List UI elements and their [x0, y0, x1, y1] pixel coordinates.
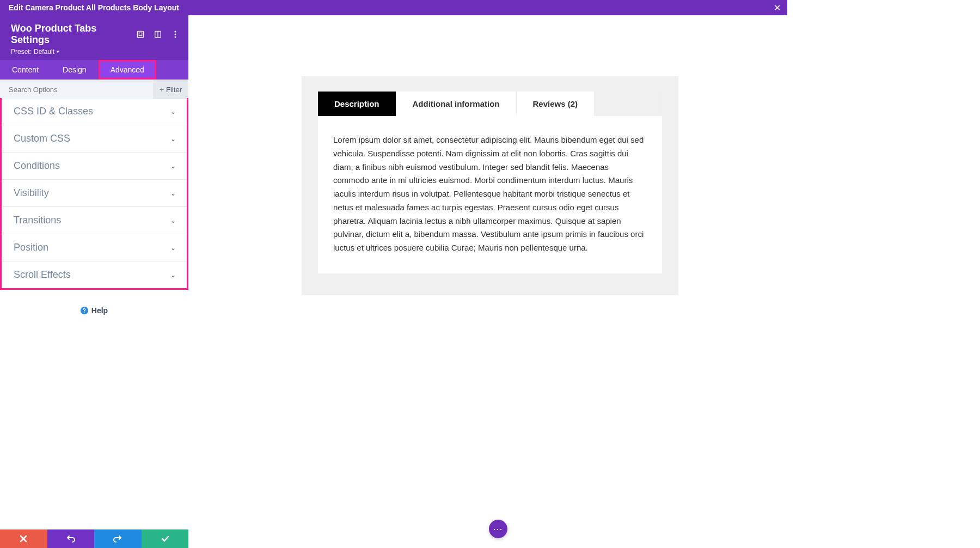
floating-action-button[interactable]: ⋯ — [489, 520, 507, 538]
help-label: Help — [91, 306, 108, 315]
settings-title: Woo Product Tabs Settings — [11, 23, 136, 46]
panel-custom-css[interactable]: Custom CSS ⌄ — [2, 125, 187, 153]
filter-button[interactable]: + Filter — [153, 80, 188, 99]
product-tab-description[interactable]: Description — [318, 92, 396, 116]
tab-content[interactable]: Content — [0, 60, 51, 80]
product-tab-reviews[interactable]: Reviews (2) — [517, 92, 595, 116]
cancel-button[interactable] — [0, 529, 47, 548]
panel-transitions[interactable]: Transitions ⌄ — [2, 207, 187, 234]
undo-button[interactable] — [47, 529, 95, 548]
preset-value: Default — [34, 48, 54, 56]
page-title: Edit Camera Product All Products Body La… — [9, 3, 179, 12]
search-input[interactable] — [0, 86, 153, 94]
svg-point-6 — [175, 36, 176, 38]
hover-options-icon[interactable] — [136, 30, 145, 39]
svg-rect-1 — [139, 33, 142, 35]
chevron-down-icon: ⌄ — [170, 271, 176, 279]
preset-selector[interactable]: Preset: Default ▾ — [11, 48, 180, 56]
chevron-down-icon: ⌄ — [170, 217, 176, 224]
svg-point-5 — [175, 34, 176, 35]
panel-label: Visibility — [14, 187, 49, 199]
panel-scroll-effects[interactable]: Scroll Effects ⌄ — [2, 261, 187, 288]
redo-button[interactable] — [94, 529, 142, 548]
panel-label: Custom CSS — [14, 133, 70, 144]
panel-css-id-classes[interactable]: CSS ID & Classes ⌄ — [2, 98, 187, 125]
save-button[interactable] — [142, 529, 189, 548]
panel-conditions[interactable]: Conditions ⌄ — [2, 153, 187, 180]
chevron-down-icon: ⌄ — [170, 190, 176, 197]
panel-label: CSS ID & Classes — [14, 106, 93, 117]
caret-down-icon: ▾ — [57, 49, 59, 54]
panel-label: Position — [14, 242, 48, 253]
chevron-down-icon: ⌄ — [170, 244, 176, 252]
panel-label: Transitions — [14, 215, 61, 226]
preset-label: Preset: — [11, 48, 32, 56]
svg-point-4 — [175, 31, 176, 33]
panel-visibility[interactable]: Visibility ⌄ — [2, 180, 187, 207]
panel-label: Scroll Effects — [14, 269, 71, 281]
product-tab-spacer — [595, 92, 662, 116]
chevron-down-icon: ⌄ — [170, 135, 176, 143]
plus-icon: + — [160, 85, 164, 94]
advanced-panels-group: CSS ID & Classes ⌄ Custom CSS ⌄ Conditio… — [0, 98, 188, 290]
dots-icon: ⋯ — [493, 523, 504, 535]
panel-position[interactable]: Position ⌄ — [2, 234, 187, 261]
help-icon: ? — [81, 307, 88, 314]
responsive-icon[interactable] — [154, 30, 162, 39]
close-icon[interactable]: ✕ — [774, 3, 781, 13]
more-menu-icon[interactable] — [171, 30, 180, 39]
product-tab-additional-info[interactable]: Additional information — [396, 92, 517, 116]
panel-label: Conditions — [14, 160, 60, 172]
tab-advanced[interactable]: Advanced — [99, 60, 156, 80]
svg-rect-0 — [137, 31, 143, 37]
chevron-down-icon: ⌄ — [170, 108, 176, 115]
chevron-down-icon: ⌄ — [170, 162, 176, 170]
product-tab-content: Lorem ipsum dolor sit amet, consectetur … — [318, 116, 662, 273]
filter-label: Filter — [166, 86, 182, 94]
product-tabs-preview: Description Additional information Revie… — [302, 76, 678, 295]
tab-design[interactable]: Design — [51, 60, 99, 80]
help-button[interactable]: ? Help — [0, 306, 188, 315]
